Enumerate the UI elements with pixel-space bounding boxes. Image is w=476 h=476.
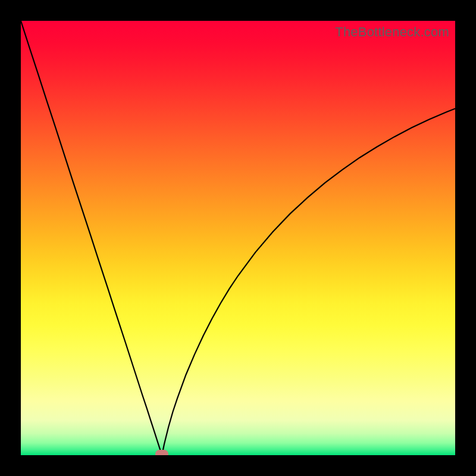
optimal-point-marker <box>155 450 168 455</box>
bottleneck-curve <box>21 21 455 455</box>
chart-frame: TheBottleneck.com <box>0 0 476 476</box>
plot-area: TheBottleneck.com <box>21 21 455 455</box>
